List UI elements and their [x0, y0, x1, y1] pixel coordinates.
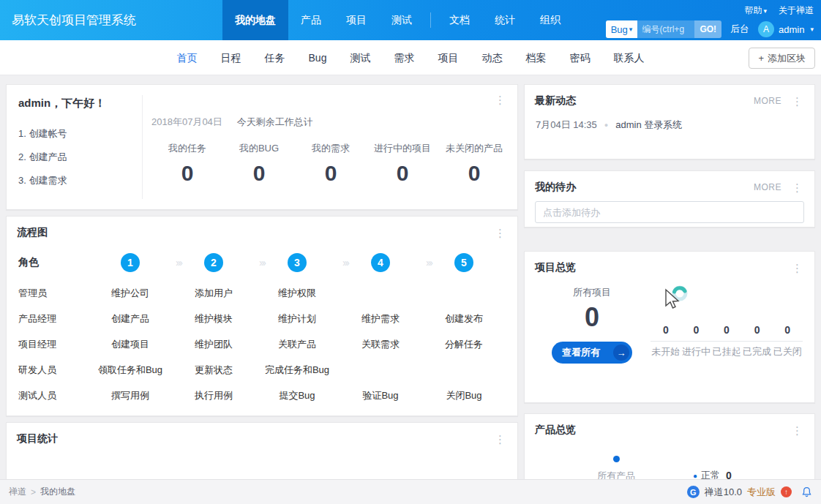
legend-dot-icon: ● — [693, 472, 697, 480]
step-create-product[interactable]: 2. 创建产品 — [18, 146, 135, 169]
flow-link[interactable]: 维护模块 — [172, 312, 255, 326]
global-search: Bug▾ GO! — [606, 20, 721, 38]
nav-report[interactable]: 统计 — [482, 0, 528, 40]
work-summary-title: 今天剩余工作总计 — [237, 116, 313, 129]
panel-menu-icon[interactable]: ⋮ — [790, 182, 804, 193]
panel-title: 我的待办 — [535, 181, 576, 194]
nav-project[interactable]: 项目 — [334, 0, 379, 40]
flow-link[interactable]: 维护公司 — [89, 287, 172, 300]
flow-link[interactable]: 维护权限 — [255, 287, 339, 300]
breadcrumb-current[interactable]: 我的地盘 — [40, 486, 75, 498]
panel-title: 项目总览 — [535, 261, 576, 274]
flow-link[interactable]: 维护团队 — [172, 338, 255, 351]
news-text: admin 登录系统 — [615, 119, 682, 132]
project-status-stats: 0 0 0 0 0 未开始 进行中 已挂起 已完成 已关闭 — [651, 324, 806, 364]
news-item: 7月04日 14:35 ● admin 登录系统 — [525, 108, 814, 143]
help-menu[interactable]: 帮助▾ — [744, 4, 767, 17]
panel-welcome: ⋮ admin，下午好！ 1. 创建帐号 2. 创建产品 3. 创建需求 201… — [6, 84, 518, 210]
arrow-right-icon: → — [613, 345, 629, 361]
chevron-down-icon: ▾ — [763, 7, 767, 15]
flow-link[interactable]: 验证Bug — [339, 389, 422, 402]
panel-menu-icon[interactable]: ⋮ — [493, 434, 507, 445]
flow-link[interactable]: 关联产品 — [255, 338, 339, 351]
add-todo-input[interactable] — [535, 201, 804, 223]
tab-home[interactable]: 首页 — [165, 40, 209, 75]
app-logo: 易软天创项目管理系统 — [0, 0, 136, 40]
edition-text[interactable]: 专业版 — [747, 486, 776, 499]
blue-dot-icon — [613, 456, 620, 462]
main-nav: 我的地盘 产品 项目 测试 文档 统计 组织 — [222, 0, 573, 40]
panel-menu-icon[interactable]: ⋮ — [790, 96, 804, 107]
chevron-down-icon: ▾ — [810, 26, 814, 33]
tab-password[interactable]: 密码 — [558, 40, 601, 75]
flow-link[interactable]: 维护计划 — [255, 312, 339, 326]
zentao-logo-icon: G — [687, 486, 700, 498]
step-circle-4: 4 — [371, 253, 390, 272]
greeting-text: admin，下午好！ — [18, 97, 135, 110]
tab-story[interactable]: 需求 — [382, 40, 426, 75]
panel-menu-icon[interactable]: ⋮ — [790, 263, 804, 274]
status-not-started: 未开始 — [651, 345, 681, 358]
breadcrumb-root[interactable]: 禅道 — [9, 486, 26, 498]
tab-test[interactable]: 测试 — [338, 40, 382, 75]
panel-title: 产品总览 — [535, 424, 576, 437]
flow-link[interactable]: 领取任务和Bug — [89, 364, 172, 377]
panel-menu-icon[interactable]: ⋮ — [493, 227, 507, 238]
legend-normal: ● 正常 0 — [693, 469, 732, 479]
user-menu[interactable]: A admin ▾ — [758, 21, 814, 37]
add-block-button[interactable]: + 添加区块 — [749, 48, 815, 69]
flow-link[interactable]: 创建产品 — [89, 312, 172, 326]
tab-calendar[interactable]: 日程 — [209, 40, 253, 75]
more-link[interactable]: MORE — [754, 182, 781, 192]
panel-flowchart: 流程图 ⋮ 角色 1››› 2››› 3››› 4››› 5 管理员 维护公司 … — [6, 216, 518, 416]
bell-icon[interactable] — [801, 486, 812, 498]
tab-project[interactable]: 项目 — [426, 40, 470, 75]
stat-ongoing-projects[interactable]: 进行中的项目 0 — [367, 142, 438, 186]
flow-link[interactable]: 执行用例 — [172, 389, 255, 402]
more-link[interactable]: MORE — [754, 96, 781, 106]
nav-product[interactable]: 产品 — [288, 0, 334, 40]
all-projects-label: 所有项目 — [533, 286, 651, 299]
step-create-account[interactable]: 1. 创建帐号 — [18, 122, 135, 146]
search-type-select[interactable]: Bug▾ — [606, 20, 638, 38]
tab-dynamic[interactable]: 动态 — [470, 40, 514, 75]
nav-test[interactable]: 测试 — [379, 0, 424, 40]
admin-console-link[interactable]: 后台 — [730, 23, 749, 36]
stat-my-story[interactable]: 我的需求 0 — [295, 142, 367, 186]
nav-org[interactable]: 组织 — [528, 0, 573, 40]
panel-project-statistics: 项目统计 ⋮ — [6, 422, 518, 479]
role-project-manager: 项目经理 — [18, 338, 89, 351]
about-zentao-link[interactable]: 关于禅道 — [779, 4, 814, 17]
dashboard: ⋮ admin，下午好！ 1. 创建帐号 2. 创建产品 3. 创建需求 201… — [0, 75, 821, 479]
panel-product-overview: 产品总览 ⋮ 所有产品 ● 正常 0 — [524, 413, 815, 479]
flow-link[interactable]: 提交Bug — [255, 389, 339, 402]
search-go-button[interactable]: GO! — [694, 20, 721, 38]
tab-bug[interactable]: Bug — [297, 40, 339, 75]
tab-task[interactable]: 任务 — [253, 40, 297, 75]
flow-link[interactable]: 关联需求 — [339, 338, 422, 351]
stat-my-bug[interactable]: 我的BUG 0 — [223, 142, 295, 186]
nav-my-dashboard[interactable]: 我的地盘 — [222, 0, 288, 40]
search-input[interactable] — [637, 20, 694, 38]
flow-link[interactable]: 关闭Bug — [422, 389, 506, 402]
flow-link[interactable]: 添加用户 — [172, 287, 255, 300]
tab-profile[interactable]: 档案 — [514, 40, 558, 75]
upgrade-icon[interactable]: ↑ — [781, 486, 792, 497]
panel-menu-icon[interactable]: ⋮ — [790, 425, 804, 436]
version-text[interactable]: 禅道10.0 — [705, 486, 742, 499]
flow-link[interactable]: 完成任务和Bug — [255, 364, 339, 377]
step-create-story[interactable]: 3. 创建需求 — [18, 169, 135, 192]
stat-my-task[interactable]: 我的任务 0 — [151, 142, 223, 186]
panel-menu-icon[interactable]: ⋮ — [493, 94, 507, 105]
role-product-manager: 产品经理 — [18, 312, 89, 326]
flow-link[interactable]: 维护需求 — [339, 312, 422, 326]
flow-link[interactable]: 创建发布 — [422, 312, 506, 326]
nav-doc[interactable]: 文档 — [437, 0, 482, 40]
tab-contacts[interactable]: 联系人 — [601, 40, 656, 75]
flow-link[interactable]: 分解任务 — [422, 338, 506, 351]
flow-link[interactable]: 更新状态 — [172, 364, 255, 377]
flow-link[interactable]: 创建项目 — [89, 338, 172, 351]
view-all-button[interactable]: 查看所有 → — [552, 342, 632, 364]
flow-link[interactable]: 撰写用例 — [89, 389, 172, 402]
stat-open-products[interactable]: 未关闭的产品 0 — [438, 142, 510, 186]
